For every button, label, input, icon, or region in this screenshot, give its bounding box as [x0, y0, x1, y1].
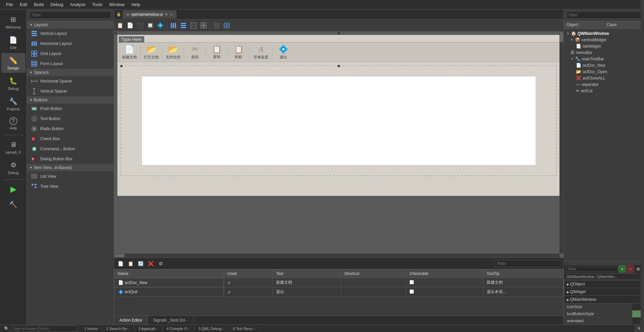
- object-filter-input[interactable]: [567, 11, 641, 19]
- widget-tree-view[interactable]: Tree View: [27, 181, 114, 191]
- toolbar-v-layout-btn[interactable]: [179, 21, 188, 30]
- canvas-inner-widget[interactable]: [142, 76, 536, 165]
- status-compile[interactable]: 4 Compile O···: [163, 327, 195, 331]
- menu-analyze[interactable]: Analyze: [67, 1, 89, 8]
- widget-horizontal-layout[interactable]: Horizontal Layout: [27, 39, 114, 49]
- status-app-output[interactable]: 3 Applicati···: [134, 327, 162, 331]
- canvas-vscrollbar[interactable]: [559, 32, 564, 254]
- toolbar-new-btn[interactable]: 📋: [115, 21, 125, 30]
- sidebar-item-edit[interactable]: 📄 Edit: [1, 33, 25, 52]
- action-delete-btn[interactable]: ❌: [146, 259, 155, 268]
- status-search-results[interactable]: 2 Search Re···: [102, 327, 134, 331]
- tree-item-actcut[interactable]: ✂ actCut: [564, 88, 644, 94]
- prop-row-animated[interactable]: animated: [564, 318, 644, 325]
- status-issues[interactable]: 1 Issues: [80, 327, 102, 331]
- tree-arrow[interactable]: ▼: [571, 38, 574, 42]
- sidebar-item-debug2[interactable]: ⚙ Debug: [1, 158, 25, 177]
- canvas-tb-new[interactable]: 📄 新建文档: [121, 45, 138, 60]
- canvas-tb-font[interactable]: A 字体设置: [252, 45, 270, 60]
- section-layouts[interactable]: Layouts: [27, 21, 114, 29]
- action-paste-btn[interactable]: 🔄: [136, 259, 145, 268]
- tree-item-tabwidget[interactable]: 📑 tabWidget: [564, 43, 644, 49]
- action-table-wrapper[interactable]: Name Used Text Shortcut Checkable ToolTi…: [114, 269, 564, 316]
- sidebar-item-samp[interactable]: 🖥 samp6_5: [1, 137, 25, 157]
- sidebar-item-projects[interactable]: 🔧 Projects: [1, 94, 25, 114]
- menu-help[interactable]: Help: [128, 1, 144, 8]
- tree-item-maintoolbar[interactable]: ▼ 🔧 mainToolBar: [564, 56, 644, 62]
- prop-row-toolbuttonstyle[interactable]: toolButtonStyle: [564, 311, 644, 318]
- canvas-tb-quit[interactable]: 💠 退出: [275, 45, 291, 60]
- action-copy-btn[interactable]: 📋: [126, 259, 135, 268]
- tab-close-button[interactable]: ✕: [170, 13, 173, 16]
- menu-build[interactable]: Build: [31, 1, 47, 8]
- widget-command-button[interactable]: Command... Button: [27, 144, 114, 154]
- vscroll-thumb[interactable]: [560, 32, 563, 42]
- widget-tool-button[interactable]: Tool Button: [27, 114, 114, 124]
- canvas-tb-paste[interactable]: 📋 粘贴: [230, 45, 247, 59]
- widget-grid-layout[interactable]: Grid Layout: [27, 49, 114, 59]
- canvas-tb-cut[interactable]: ✂ 剪切: [187, 45, 203, 60]
- toolbar-grid-btn[interactable]: [212, 21, 221, 30]
- widget-dialog-button-box[interactable]: ✕ Dialog Button Box: [27, 154, 114, 164]
- widget-v-spacer[interactable]: Vertical Spacer: [27, 86, 114, 96]
- section-spacers[interactable]: Spacers: [27, 69, 114, 76]
- tab-action-editor[interactable]: Action Editor: [114, 316, 148, 325]
- canvas-container[interactable]: Type Here 📄 新建文档 📂 打开文档: [114, 32, 564, 258]
- sidebar-item-welcome[interactable]: ⊞ Welcome: [1, 12, 25, 32]
- canvas-hscrollbar[interactable]: [114, 254, 559, 258]
- sidebar-item-help[interactable]: ? Help: [1, 114, 25, 133]
- menu-file[interactable]: File: [3, 1, 16, 8]
- action-filter-input[interactable]: [494, 260, 561, 267]
- widget-radio-button[interactable]: Radio Button: [27, 124, 114, 134]
- widget-filter-input[interactable]: [30, 11, 111, 19]
- widget-form-layout[interactable]: Form Layout: [27, 59, 114, 69]
- prop-remove-btn[interactable]: −: [627, 265, 634, 273]
- section-buttons[interactable]: Buttons: [27, 96, 114, 104]
- widget-push-button[interactable]: OK Push Button: [27, 104, 114, 114]
- prop-vscroll[interactable]: [641, 9, 644, 325]
- menu-debug[interactable]: Debug: [47, 1, 66, 8]
- toolbar-adjust-btn[interactable]: [199, 21, 208, 30]
- action-settings-btn[interactable]: ⚙: [156, 259, 165, 268]
- tree-item-actdoc-new[interactable]: 📄 actDoc_New: [564, 62, 644, 68]
- widget-list-view[interactable]: List View: [27, 171, 114, 181]
- type-here-placeholder[interactable]: Type Here: [119, 36, 144, 43]
- toolbar-open-btn[interactable]: 📄: [125, 21, 135, 30]
- tree-item-actcloseall[interactable]: ❌ actCloseALL: [564, 75, 644, 81]
- prop-section-qwidget[interactable]: QWidget: [564, 288, 644, 296]
- checkable-checkbox[interactable]: [410, 289, 414, 294]
- canvas-body[interactable]: [121, 65, 557, 176]
- sidebar-item-run[interactable]: ▶: [1, 182, 25, 197]
- object-tree-hscroll[interactable]: [564, 261, 644, 264]
- menu-tools[interactable]: Tools: [89, 1, 106, 8]
- section-item-views[interactable]: Item View...el-Based): [27, 164, 114, 171]
- sidebar-item-design[interactable]: ✏️ Design: [1, 53, 25, 73]
- tree-arrow[interactable]: ▼: [567, 32, 570, 35]
- prop-section-qmainwindow[interactable]: QMainWindow: [564, 296, 644, 303]
- table-hscroll[interactable]: [114, 297, 564, 301]
- status-search-input[interactable]: [10, 326, 77, 332]
- hscroll-thumb[interactable]: [114, 254, 124, 257]
- toolbar-btn5[interactable]: 💠: [156, 21, 165, 30]
- widget-vertical-layout[interactable]: Vertical Layout: [27, 29, 114, 39]
- canvas-tb-copy[interactable]: 📋 复制: [209, 45, 225, 59]
- prop-row-iconsize[interactable]: iconSize: [564, 303, 644, 311]
- toolbar-break-btn[interactable]: [189, 21, 198, 30]
- table-row[interactable]: 💠actQuit ✓ 退出 退出本系…: [114, 287, 564, 297]
- checkable-checkbox[interactable]: [410, 280, 414, 284]
- tab-dropdown[interactable]: ▾: [164, 12, 169, 17]
- canvas-tb-open[interactable]: 📂 打开文档: [143, 45, 159, 60]
- tree-item-qwmainwindow[interactable]: ▼ 🏠 QWMainWindow: [564, 30, 644, 37]
- menu-edit[interactable]: Edit: [16, 1, 31, 8]
- property-filter-input[interactable]: [566, 266, 618, 272]
- tree-item-centralwidget[interactable]: ▼ 📦 centralWidget: [564, 37, 644, 43]
- tree-item-separator[interactable]: — separator: [564, 81, 644, 88]
- canvas-tb-closeall[interactable]: 📂 关闭全部: [165, 45, 181, 60]
- tab-signals-slots[interactable]: Signals _Slots Ed···: [148, 316, 194, 325]
- tree-item-actdoc-open[interactable]: 📂 actDoc_Open: [564, 68, 644, 75]
- status-qml-debug[interactable]: 5 QML Debug···: [195, 327, 229, 331]
- toolbar-h-layout-btn[interactable]: [169, 21, 178, 30]
- menu-window[interactable]: Window: [106, 1, 128, 8]
- prop-add-btn[interactable]: +: [619, 265, 626, 273]
- action-new-btn[interactable]: 📄: [116, 259, 125, 268]
